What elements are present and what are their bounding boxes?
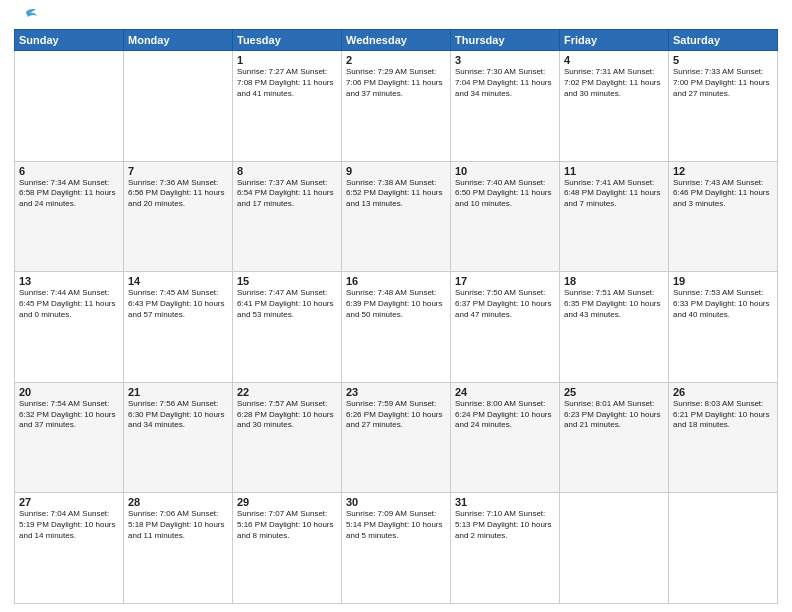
- weekday-header-thursday: Thursday: [451, 30, 560, 51]
- day-number: 17: [455, 275, 555, 287]
- calendar-cell: 21Sunrise: 7:56 AM Sunset: 6:30 PM Dayli…: [124, 382, 233, 493]
- day-number: 21: [128, 386, 228, 398]
- day-number: 25: [564, 386, 664, 398]
- calendar-cell: 31Sunrise: 7:10 AM Sunset: 5:13 PM Dayli…: [451, 493, 560, 604]
- calendar-cell: 15Sunrise: 7:47 AM Sunset: 6:41 PM Dayli…: [233, 272, 342, 383]
- weekday-header-wednesday: Wednesday: [342, 30, 451, 51]
- calendar-cell: 22Sunrise: 7:57 AM Sunset: 6:28 PM Dayli…: [233, 382, 342, 493]
- week-row-1: 1Sunrise: 7:27 AM Sunset: 7:08 PM Daylig…: [15, 51, 778, 162]
- day-number: 22: [237, 386, 337, 398]
- calendar-cell: 27Sunrise: 7:04 AM Sunset: 5:19 PM Dayli…: [15, 493, 124, 604]
- day-content: Sunrise: 7:48 AM Sunset: 6:39 PM Dayligh…: [346, 288, 446, 320]
- calendar-cell: [15, 51, 124, 162]
- calendar-cell: 1Sunrise: 7:27 AM Sunset: 7:08 PM Daylig…: [233, 51, 342, 162]
- logo-bird-icon: [16, 8, 38, 26]
- day-content: Sunrise: 7:51 AM Sunset: 6:35 PM Dayligh…: [564, 288, 664, 320]
- weekday-header-saturday: Saturday: [669, 30, 778, 51]
- day-number: 23: [346, 386, 446, 398]
- day-number: 18: [564, 275, 664, 287]
- day-content: Sunrise: 7:30 AM Sunset: 7:04 PM Dayligh…: [455, 67, 555, 99]
- calendar-cell: 8Sunrise: 7:37 AM Sunset: 6:54 PM Daylig…: [233, 161, 342, 272]
- day-content: Sunrise: 7:43 AM Sunset: 6:46 PM Dayligh…: [673, 178, 773, 210]
- day-number: 15: [237, 275, 337, 287]
- calendar-cell: 29Sunrise: 7:07 AM Sunset: 5:16 PM Dayli…: [233, 493, 342, 604]
- day-number: 10: [455, 165, 555, 177]
- day-content: Sunrise: 7:34 AM Sunset: 6:58 PM Dayligh…: [19, 178, 119, 210]
- calendar-cell: 13Sunrise: 7:44 AM Sunset: 6:45 PM Dayli…: [15, 272, 124, 383]
- day-content: Sunrise: 7:53 AM Sunset: 6:33 PM Dayligh…: [673, 288, 773, 320]
- calendar-cell: 17Sunrise: 7:50 AM Sunset: 6:37 PM Dayli…: [451, 272, 560, 383]
- calendar-cell: 19Sunrise: 7:53 AM Sunset: 6:33 PM Dayli…: [669, 272, 778, 383]
- day-content: Sunrise: 7:37 AM Sunset: 6:54 PM Dayligh…: [237, 178, 337, 210]
- calendar-cell: 11Sunrise: 7:41 AM Sunset: 6:48 PM Dayli…: [560, 161, 669, 272]
- calendar-cell: 30Sunrise: 7:09 AM Sunset: 5:14 PM Dayli…: [342, 493, 451, 604]
- day-number: 24: [455, 386, 555, 398]
- calendar-cell: 23Sunrise: 7:59 AM Sunset: 6:26 PM Dayli…: [342, 382, 451, 493]
- weekday-header-row: SundayMondayTuesdayWednesdayThursdayFrid…: [15, 30, 778, 51]
- day-content: Sunrise: 7:40 AM Sunset: 6:50 PM Dayligh…: [455, 178, 555, 210]
- calendar-cell: 24Sunrise: 8:00 AM Sunset: 6:24 PM Dayli…: [451, 382, 560, 493]
- day-number: 4: [564, 54, 664, 66]
- day-number: 12: [673, 165, 773, 177]
- calendar-cell: 10Sunrise: 7:40 AM Sunset: 6:50 PM Dayli…: [451, 161, 560, 272]
- day-number: 27: [19, 496, 119, 508]
- day-content: Sunrise: 7:36 AM Sunset: 6:56 PM Dayligh…: [128, 178, 228, 210]
- day-content: Sunrise: 7:09 AM Sunset: 5:14 PM Dayligh…: [346, 509, 446, 541]
- day-number: 30: [346, 496, 446, 508]
- day-content: Sunrise: 8:01 AM Sunset: 6:23 PM Dayligh…: [564, 399, 664, 431]
- day-content: Sunrise: 7:10 AM Sunset: 5:13 PM Dayligh…: [455, 509, 555, 541]
- week-row-5: 27Sunrise: 7:04 AM Sunset: 5:19 PM Dayli…: [15, 493, 778, 604]
- day-number: 6: [19, 165, 119, 177]
- day-content: Sunrise: 7:57 AM Sunset: 6:28 PM Dayligh…: [237, 399, 337, 431]
- day-content: Sunrise: 7:54 AM Sunset: 6:32 PM Dayligh…: [19, 399, 119, 431]
- day-number: 13: [19, 275, 119, 287]
- calendar-cell: 7Sunrise: 7:36 AM Sunset: 6:56 PM Daylig…: [124, 161, 233, 272]
- day-content: Sunrise: 7:38 AM Sunset: 6:52 PM Dayligh…: [346, 178, 446, 210]
- calendar-cell: 20Sunrise: 7:54 AM Sunset: 6:32 PM Dayli…: [15, 382, 124, 493]
- weekday-header-monday: Monday: [124, 30, 233, 51]
- day-content: Sunrise: 7:50 AM Sunset: 6:37 PM Dayligh…: [455, 288, 555, 320]
- day-content: Sunrise: 7:47 AM Sunset: 6:41 PM Dayligh…: [237, 288, 337, 320]
- calendar-cell: 9Sunrise: 7:38 AM Sunset: 6:52 PM Daylig…: [342, 161, 451, 272]
- calendar-cell: 28Sunrise: 7:06 AM Sunset: 5:18 PM Dayli…: [124, 493, 233, 604]
- day-number: 16: [346, 275, 446, 287]
- day-number: 7: [128, 165, 228, 177]
- calendar-cell: 4Sunrise: 7:31 AM Sunset: 7:02 PM Daylig…: [560, 51, 669, 162]
- day-number: 2: [346, 54, 446, 66]
- page: SundayMondayTuesdayWednesdayThursdayFrid…: [0, 0, 792, 612]
- header: [14, 10, 778, 23]
- day-number: 11: [564, 165, 664, 177]
- calendar-cell: [124, 51, 233, 162]
- day-content: Sunrise: 7:59 AM Sunset: 6:26 PM Dayligh…: [346, 399, 446, 431]
- day-content: Sunrise: 7:41 AM Sunset: 6:48 PM Dayligh…: [564, 178, 664, 210]
- day-number: 28: [128, 496, 228, 508]
- calendar-cell: 12Sunrise: 7:43 AM Sunset: 6:46 PM Dayli…: [669, 161, 778, 272]
- calendar-cell: 2Sunrise: 7:29 AM Sunset: 7:06 PM Daylig…: [342, 51, 451, 162]
- logo: [14, 10, 38, 23]
- calendar-cell: 18Sunrise: 7:51 AM Sunset: 6:35 PM Dayli…: [560, 272, 669, 383]
- calendar-cell: [669, 493, 778, 604]
- day-content: Sunrise: 7:07 AM Sunset: 5:16 PM Dayligh…: [237, 509, 337, 541]
- day-number: 26: [673, 386, 773, 398]
- week-row-2: 6Sunrise: 7:34 AM Sunset: 6:58 PM Daylig…: [15, 161, 778, 272]
- day-content: Sunrise: 7:45 AM Sunset: 6:43 PM Dayligh…: [128, 288, 228, 320]
- day-number: 8: [237, 165, 337, 177]
- day-number: 29: [237, 496, 337, 508]
- day-content: Sunrise: 7:31 AM Sunset: 7:02 PM Dayligh…: [564, 67, 664, 99]
- day-number: 9: [346, 165, 446, 177]
- calendar-cell: 3Sunrise: 7:30 AM Sunset: 7:04 PM Daylig…: [451, 51, 560, 162]
- calendar-cell: 25Sunrise: 8:01 AM Sunset: 6:23 PM Dayli…: [560, 382, 669, 493]
- day-content: Sunrise: 7:04 AM Sunset: 5:19 PM Dayligh…: [19, 509, 119, 541]
- calendar-table: SundayMondayTuesdayWednesdayThursdayFrid…: [14, 29, 778, 604]
- day-content: Sunrise: 7:06 AM Sunset: 5:18 PM Dayligh…: [128, 509, 228, 541]
- day-number: 1: [237, 54, 337, 66]
- calendar-cell: 26Sunrise: 8:03 AM Sunset: 6:21 PM Dayli…: [669, 382, 778, 493]
- day-content: Sunrise: 7:33 AM Sunset: 7:00 PM Dayligh…: [673, 67, 773, 99]
- calendar-cell: 6Sunrise: 7:34 AM Sunset: 6:58 PM Daylig…: [15, 161, 124, 272]
- day-content: Sunrise: 7:27 AM Sunset: 7:08 PM Dayligh…: [237, 67, 337, 99]
- day-number: 14: [128, 275, 228, 287]
- day-number: 31: [455, 496, 555, 508]
- week-row-3: 13Sunrise: 7:44 AM Sunset: 6:45 PM Dayli…: [15, 272, 778, 383]
- day-content: Sunrise: 8:03 AM Sunset: 6:21 PM Dayligh…: [673, 399, 773, 431]
- calendar-cell: 14Sunrise: 7:45 AM Sunset: 6:43 PM Dayli…: [124, 272, 233, 383]
